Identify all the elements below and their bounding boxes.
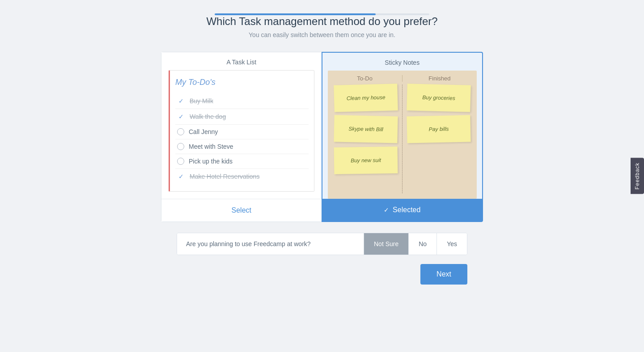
finished-column: Buy groceriesPay bills (404, 84, 473, 193)
sticky-board: To-Do Finished Clean my houseSkype with … (328, 71, 477, 199)
checkmark-icon: ✓ (384, 206, 389, 214)
work-answer-no[interactable]: No (408, 233, 436, 255)
next-btn-row: Next (177, 264, 467, 285)
todo-column: Clean my houseSkype with BillBuy new sui… (331, 84, 400, 193)
page-wrapper: Which Task management method do you pref… (0, 0, 644, 285)
sticky-note-finished: Pay bills (407, 115, 470, 143)
feedback-tab[interactable]: Feedback (631, 158, 644, 194)
page-title: Which Task management method do you pref… (206, 15, 437, 28)
work-answer-yes[interactable]: Yes (436, 233, 467, 255)
task-text: Pick up the kids (189, 158, 233, 165)
unchecked-icon (177, 158, 184, 165)
finished-col-label: Finished (402, 75, 477, 82)
checked-icon: ✓ (177, 97, 185, 105)
task-item: ✓Buy Milk (175, 93, 309, 109)
task-list-label: A Task List (161, 52, 322, 70)
options-container: A Task List My To-Do's ✓Buy Milk✓Walk th… (161, 52, 483, 222)
task-item: Call Jenny (175, 125, 309, 139)
select-button[interactable]: Select (161, 199, 322, 222)
checked-icon: ✓ (177, 113, 185, 121)
task-text: Walk the dog (190, 113, 226, 120)
task-list-inner: My To-Do's ✓Buy Milk✓Walk the dogCall Je… (169, 70, 314, 192)
task-item: Meet with Steve (175, 139, 309, 154)
sticky-note-finished: Buy groceries (407, 84, 471, 112)
work-question-row: Are you planning to use Freedcamp at wor… (177, 233, 467, 255)
task-item: ✓Walk the dog (175, 109, 309, 125)
selected-button[interactable]: ✓ Selected (322, 199, 483, 221)
sticky-note-todo: Buy new suit (334, 147, 398, 174)
task-text: Call Jenny (189, 128, 218, 135)
sticky-notes-label: Sticky Notes (322, 53, 483, 71)
work-answer-group: Not SureNoYes (364, 233, 467, 255)
task-item: ✓Make Hotel Reservations (175, 169, 309, 184)
progress-bar-fill (215, 13, 376, 15)
sticky-note-todo: Clean my house (334, 84, 398, 112)
page-subtitle: You can easily switch between them once … (249, 31, 395, 38)
task-list-panel: A Task List My To-Do's ✓Buy Milk✓Walk th… (161, 52, 322, 222)
task-list-title: My To-Do's (175, 78, 309, 87)
todo-col-label: To-Do (328, 75, 402, 82)
work-question-label: Are you planning to use Freedcamp at wor… (177, 233, 364, 255)
sticky-columns-header: To-Do Finished (328, 71, 477, 84)
task-items-container: ✓Buy Milk✓Walk the dogCall JennyMeet wit… (175, 93, 309, 184)
selected-label: Selected (393, 206, 420, 214)
sticky-notes-panel: Sticky Notes To-Do Finished Clean my hou… (322, 52, 483, 222)
progress-bar-container (215, 13, 429, 15)
sticky-divider (402, 84, 402, 193)
unchecked-icon (177, 143, 184, 150)
feedback-tab-wrapper: Feedback (631, 158, 644, 194)
unchecked-icon (177, 128, 184, 135)
checked-icon: ✓ (177, 172, 185, 180)
work-answer-not-sure[interactable]: Not Sure (364, 233, 408, 255)
sticky-columns: Clean my houseSkype with BillBuy new sui… (328, 84, 477, 199)
next-button[interactable]: Next (420, 264, 467, 285)
task-item: Pick up the kids (175, 154, 309, 169)
task-text: Make Hotel Reservations (190, 173, 259, 180)
task-text: Buy Milk (190, 97, 213, 105)
task-text: Meet with Steve (189, 143, 233, 150)
sticky-note-todo: Skype with Bill (334, 115, 398, 143)
